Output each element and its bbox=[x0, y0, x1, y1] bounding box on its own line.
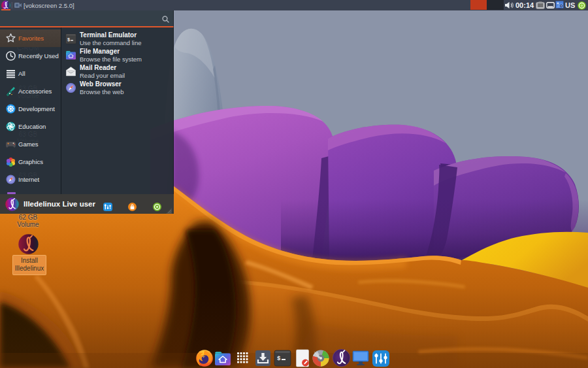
svg-text:$: $ bbox=[277, 356, 281, 362]
svg-text:$: $ bbox=[67, 37, 70, 42]
